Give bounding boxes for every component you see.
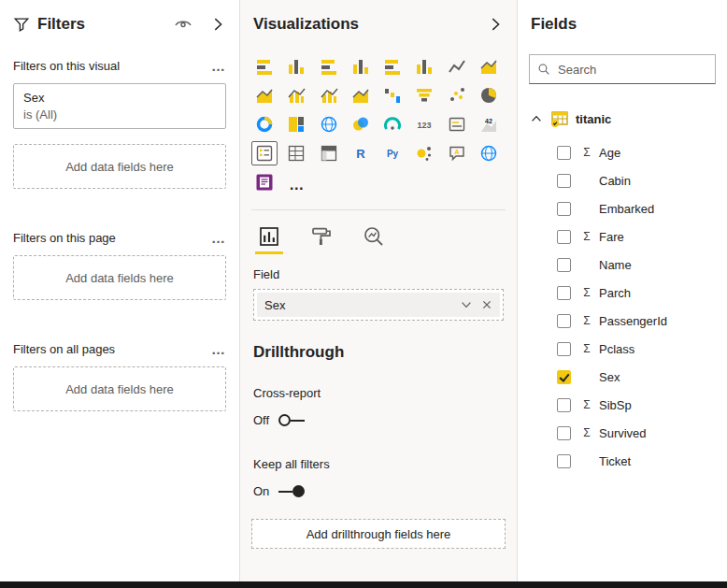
treemap-icon[interactable] — [283, 112, 309, 136]
more-options-button[interactable]: … — [211, 341, 226, 357]
more-options-button[interactable]: … — [211, 58, 226, 74]
field-checkbox[interactable] — [557, 258, 571, 272]
cross-report-toggle[interactable] — [278, 414, 305, 426]
100-stacked-column-chart-icon[interactable] — [411, 54, 437, 79]
field-row-sex[interactable]: Sex — [518, 363, 727, 391]
cross-report-state-label: Off — [253, 413, 269, 427]
clustered-column-chart-icon[interactable] — [348, 54, 374, 79]
area-chart-icon[interactable] — [476, 54, 502, 79]
waterfall-chart-icon[interactable] — [379, 83, 406, 108]
tab-fields[interactable] — [255, 225, 283, 254]
card-icon[interactable] — [411, 112, 437, 136]
cross-report-toggle-row: Off — [253, 413, 504, 427]
field-label: Parch — [599, 286, 631, 300]
field-label: Pclass — [599, 342, 634, 356]
funnel-chart-icon[interactable] — [411, 83, 437, 108]
visual-filter-drop-zone[interactable]: Add data fields here — [13, 144, 226, 189]
remove-field-x-icon[interactable] — [479, 297, 494, 312]
keep-all-filters-toggle[interactable] — [278, 485, 305, 497]
field-checkbox[interactable] — [557, 230, 571, 244]
field-row-fare[interactable]: Σ Fare — [518, 222, 727, 251]
filter-card-field-name: Sex — [23, 91, 216, 105]
ribbon-chart-icon[interactable] — [348, 83, 374, 108]
field-row-passengerid[interactable]: Σ PassengerId — [518, 307, 727, 335]
field-checkbox[interactable] — [557, 174, 571, 188]
table-tree-row-titanic[interactable]: titanic — [518, 105, 727, 133]
paginated-report-icon[interactable] — [251, 170, 278, 194]
table-name-label: titanic — [576, 112, 611, 126]
fields-search-box[interactable] — [529, 54, 716, 84]
field-label: Name — [599, 258, 632, 272]
field-label: Cabin — [599, 174, 631, 188]
chevron-up-icon[interactable] — [529, 111, 544, 126]
field-well-drop-zone[interactable]: Sex — [253, 289, 504, 321]
drillthrough-drop-zone[interactable]: Add drillthrough fields here — [251, 519, 506, 549]
q-and-a-icon[interactable] — [444, 141, 470, 165]
field-checkbox-checked[interactable] — [557, 370, 571, 384]
filter-funnel-icon — [13, 16, 30, 33]
field-checkbox[interactable] — [557, 286, 571, 300]
shape-map-icon[interactable] — [348, 112, 374, 136]
field-checkbox[interactable] — [557, 398, 571, 412]
line-and-stacked-column-chart-icon[interactable] — [283, 83, 309, 108]
eye-icon[interactable] — [174, 15, 192, 34]
search-input[interactable] — [558, 63, 707, 77]
donut-chart-icon[interactable] — [251, 112, 278, 136]
gauge-icon[interactable] — [379, 112, 406, 136]
field-row-name[interactable]: Name — [518, 251, 727, 279]
field-row-embarked[interactable]: Embarked — [518, 194, 727, 222]
pie-chart-icon[interactable] — [476, 83, 502, 108]
azure-map-icon[interactable] — [476, 141, 502, 165]
field-well-sex[interactable]: Sex — [257, 293, 500, 317]
field-row-cabin[interactable]: Cabin — [518, 166, 727, 194]
field-checkbox[interactable] — [557, 426, 571, 440]
keep-all-filters-label: Keep all filters — [253, 457, 504, 471]
collapse-filters-chevron-icon[interactable] — [209, 16, 226, 33]
chevron-down-icon[interactable] — [459, 297, 474, 312]
clustered-bar-chart-icon[interactable] — [316, 54, 342, 79]
field-row-survived[interactable]: Σ Survived — [518, 419, 727, 447]
bottom-status-bar — [0, 581, 727, 588]
field-row-parch[interactable]: Σ Parch — [518, 279, 727, 307]
stacked-area-chart-icon[interactable] — [251, 83, 278, 108]
table-visual-icon[interactable] — [283, 141, 309, 165]
all-pages-filter-drop-zone[interactable]: Add data fields here — [13, 366, 226, 411]
more-options-button[interactable]: … — [211, 230, 226, 246]
field-row-age[interactable]: Σ Age — [518, 138, 727, 166]
field-row-ticket[interactable]: Ticket — [518, 447, 727, 475]
sigma-icon: Σ — [579, 426, 594, 439]
filter-card-sex[interactable]: Sex is (All) — [13, 83, 226, 129]
stacked-bar-chart-icon[interactable] — [251, 54, 278, 79]
search-icon — [537, 62, 550, 77]
key-influencers-icon[interactable] — [411, 141, 437, 165]
scatter-chart-icon[interactable] — [444, 83, 470, 108]
table-icon — [550, 109, 569, 128]
field-row-pclass[interactable]: Σ Pclass — [518, 335, 727, 363]
python-visual-icon[interactable] — [379, 141, 406, 165]
field-checkbox[interactable] — [557, 454, 571, 468]
slicer-icon[interactable] — [251, 141, 278, 165]
r-script-visual-icon[interactable] — [348, 141, 374, 165]
matrix-icon[interactable] — [316, 141, 342, 165]
line-chart-icon[interactable] — [444, 54, 470, 79]
tab-analytics[interactable] — [360, 225, 388, 254]
filters-header: Filters — [0, 0, 239, 34]
kpi-icon[interactable] — [476, 112, 502, 136]
field-checkbox[interactable] — [557, 146, 571, 160]
multi-row-card-icon[interactable] — [444, 112, 470, 136]
line-and-clustered-column-chart-icon[interactable] — [316, 83, 342, 108]
field-checkbox[interactable] — [557, 314, 571, 328]
field-row-sibsp[interactable]: Σ SibSp — [518, 391, 727, 419]
more-visuals-button[interactable]: … — [283, 170, 309, 194]
tab-format[interactable] — [307, 225, 335, 254]
fields-pane: Fields titanic Σ Age Cabin Embarked — [518, 0, 727, 581]
field-checkbox[interactable] — [557, 342, 571, 356]
100-stacked-bar-chart-icon[interactable] — [379, 54, 406, 79]
page-filter-drop-zone[interactable]: Add data fields here — [13, 255, 226, 300]
visualizations-header: Visualizations — [240, 0, 517, 34]
field-checkbox[interactable] — [557, 202, 571, 216]
map-icon[interactable] — [316, 112, 342, 136]
collapse-visualizations-chevron-icon[interactable] — [487, 16, 504, 33]
filters-visual-section-label: Filters on this visual — [13, 59, 120, 73]
stacked-column-chart-icon[interactable] — [283, 54, 309, 79]
